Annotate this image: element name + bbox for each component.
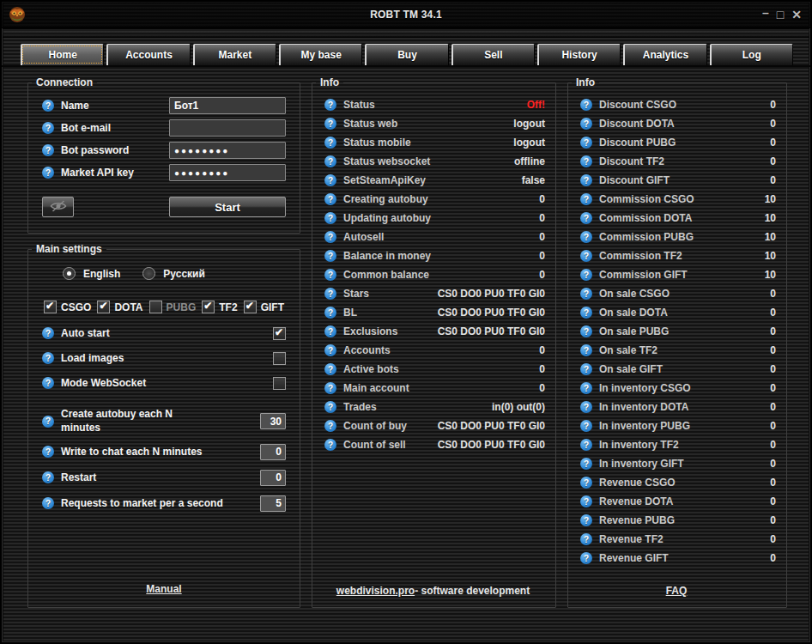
checkbox[interactable] — [273, 352, 286, 365]
game-checkbox-option[interactable]: TF2 — [202, 301, 237, 313]
game-checkbox-option[interactable]: GIFT — [244, 301, 284, 313]
help-icon[interactable]: ? — [42, 122, 54, 134]
tab[interactable]: Sell — [451, 44, 535, 65]
help-icon[interactable]: ? — [324, 325, 336, 337]
help-icon[interactable]: ? — [580, 458, 592, 470]
help-icon[interactable]: ? — [324, 401, 336, 413]
game-checkbox-option[interactable]: PUBG — [149, 301, 197, 313]
help-icon[interactable]: ? — [324, 231, 336, 243]
help-icon[interactable]: ? — [42, 100, 54, 112]
start-button[interactable]: Start — [169, 197, 286, 217]
help-icon[interactable]: ? — [580, 401, 592, 413]
text-input[interactable] — [169, 97, 286, 114]
info-value: 0 — [539, 231, 545, 243]
help-icon[interactable]: ? — [580, 439, 592, 451]
text-input[interactable] — [169, 142, 286, 159]
help-icon[interactable]: ? — [324, 193, 336, 205]
manual-link[interactable]: Manual — [146, 583, 181, 595]
help-icon[interactable]: ? — [580, 269, 592, 281]
tab-label: History — [561, 49, 597, 61]
help-icon[interactable]: ? — [324, 155, 336, 167]
info-row: ? Commission GIFT 10 — [577, 265, 776, 284]
close-button[interactable]: ✕ — [791, 9, 802, 21]
help-icon[interactable]: ? — [580, 477, 592, 489]
help-icon[interactable]: ? — [42, 416, 54, 428]
number-input[interactable] — [260, 444, 286, 460]
help-icon[interactable]: ? — [580, 231, 592, 243]
help-icon[interactable]: ? — [580, 118, 592, 130]
game-checkbox-option[interactable]: CSGO — [44, 301, 91, 313]
webdivision-link[interactable]: webdivision.pro — [336, 585, 415, 597]
tab[interactable]: Analytics — [623, 44, 706, 65]
help-icon[interactable]: ? — [42, 352, 54, 364]
help-icon[interactable]: ? — [42, 497, 54, 509]
help-icon[interactable]: ? — [324, 269, 336, 281]
help-icon[interactable]: ? — [580, 212, 592, 224]
number-input[interactable] — [260, 413, 286, 429]
help-icon[interactable]: ? — [324, 363, 336, 375]
help-icon[interactable]: ? — [580, 495, 592, 507]
info-value: 0 — [770, 99, 776, 111]
help-icon[interactable]: ? — [42, 377, 54, 389]
help-icon[interactable]: ? — [580, 325, 592, 337]
text-input[interactable] — [169, 164, 286, 181]
help-icon[interactable]: ? — [580, 533, 592, 545]
tab[interactable]: My base — [279, 44, 362, 65]
help-icon[interactable]: ? — [580, 344, 592, 356]
tab[interactable]: Accounts — [106, 44, 190, 65]
help-icon[interactable]: ? — [324, 288, 336, 300]
help-icon[interactable]: ? — [580, 137, 592, 149]
help-icon[interactable]: ? — [42, 327, 54, 339]
site-tagline: - software development — [415, 585, 530, 597]
tab[interactable]: Log — [710, 44, 793, 65]
number-input[interactable] — [260, 495, 286, 512]
language-radio-option[interactable]: Русский — [142, 267, 205, 280]
help-icon[interactable]: ? — [42, 446, 54, 458]
help-icon[interactable]: ? — [580, 250, 592, 262]
help-icon[interactable]: ? — [42, 167, 54, 179]
help-icon[interactable]: ? — [580, 307, 592, 319]
tab[interactable]: Home — [21, 44, 104, 65]
help-icon[interactable]: ? — [42, 471, 54, 483]
help-icon[interactable]: ? — [324, 382, 336, 394]
help-icon[interactable]: ? — [324, 174, 336, 186]
minimize-button[interactable]: – — [762, 7, 769, 19]
checkbox[interactable] — [273, 327, 286, 340]
help-icon[interactable]: ? — [580, 99, 592, 111]
language-radio-option[interactable]: English — [63, 267, 120, 280]
number-input[interactable] — [260, 470, 286, 486]
language-row: English Русский — [42, 267, 286, 280]
help-icon[interactable]: ? — [324, 212, 336, 224]
help-icon[interactable]: ? — [580, 174, 592, 186]
help-icon[interactable]: ? — [324, 118, 336, 130]
info-label: In inventory CSGO — [599, 382, 770, 394]
checkbox[interactable] — [273, 377, 286, 390]
maximize-button[interactable]: □ — [777, 9, 784, 21]
help-icon[interactable]: ? — [324, 344, 336, 356]
tab[interactable]: History — [537, 44, 621, 65]
help-icon[interactable]: ? — [580, 382, 592, 394]
toggle-password-visibility-button[interactable] — [42, 197, 74, 217]
help-icon[interactable]: ? — [580, 363, 592, 375]
help-icon[interactable]: ? — [42, 144, 54, 156]
info-label: Commission CSGO — [599, 193, 765, 205]
text-input[interactable] — [169, 119, 286, 137]
help-icon[interactable]: ? — [580, 155, 592, 167]
faq-link[interactable]: FAQ — [666, 585, 688, 597]
window-controls: – □ ✕ — [762, 9, 810, 21]
help-icon[interactable]: ? — [324, 99, 336, 111]
help-icon[interactable]: ? — [580, 420, 592, 432]
tab[interactable]: Buy — [365, 44, 448, 65]
help-icon[interactable]: ? — [324, 137, 336, 149]
help-icon[interactable]: ? — [580, 552, 592, 564]
help-icon[interactable]: ? — [580, 514, 592, 526]
help-icon[interactable]: ? — [324, 420, 336, 432]
tab[interactable]: Market — [193, 44, 276, 65]
game-checkbox-option[interactable]: DOTA — [97, 301, 142, 313]
help-icon[interactable]: ? — [324, 439, 336, 451]
titlebar[interactable]: ROBT TM 34.1 – □ ✕ — [2, 2, 810, 28]
help-icon[interactable]: ? — [580, 288, 592, 300]
help-icon[interactable]: ? — [324, 307, 336, 319]
help-icon[interactable]: ? — [324, 250, 336, 262]
help-icon[interactable]: ? — [580, 193, 592, 205]
